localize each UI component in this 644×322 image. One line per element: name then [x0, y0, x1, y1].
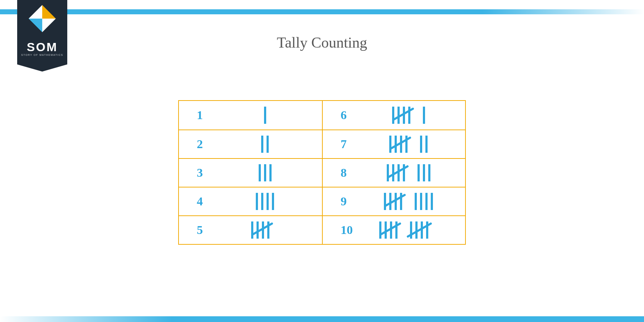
tally-number: 5: [197, 223, 225, 237]
tally-number: 1: [197, 108, 225, 122]
brand-badge: SOM STORY OF MATHEMATICS: [17, 0, 67, 64]
tally-marks: [369, 221, 451, 239]
tally-marks: [225, 193, 308, 210]
tally-row: 2: [179, 130, 322, 158]
tally-number: 2: [197, 137, 225, 151]
top-accent-bar: [0, 9, 644, 14]
tally-number: 6: [341, 108, 369, 122]
tally-row: 5: [179, 215, 322, 244]
tally-number: 9: [341, 195, 369, 208]
tally-table: 12345 678910: [178, 100, 466, 245]
tally-marks: [369, 107, 451, 124]
top-accent-bar-fade: [483, 9, 644, 14]
tally-number: 4: [197, 195, 225, 208]
brand-name: SOM: [17, 40, 67, 54]
brand-logo-icon: [29, 5, 56, 32]
brand-tagline: STORY OF MATHEMATICS: [17, 54, 67, 56]
tally-row: 3: [179, 158, 322, 187]
tally-marks: [225, 164, 308, 181]
tally-number: 10: [341, 223, 369, 237]
top-accent-bar-solid: [0, 9, 483, 14]
tally-row: 8: [322, 158, 465, 187]
tally-row: 1: [179, 101, 322, 130]
bottom-accent-bar-solid: [172, 316, 644, 322]
tally-number: 7: [341, 137, 369, 151]
bottom-accent-bar: [0, 316, 644, 322]
tally-marks: [369, 136, 451, 153]
tally-table-col-left: 12345: [179, 101, 322, 244]
tally-row: 7: [322, 130, 465, 158]
tally-row: 6: [322, 101, 465, 130]
tally-marks: [225, 221, 308, 239]
tally-marks: [369, 164, 451, 181]
bottom-accent-bar-fade: [0, 316, 172, 322]
tally-row: 10: [322, 215, 465, 244]
tally-marks: [225, 136, 308, 153]
tally-row: 4: [179, 187, 322, 215]
tally-number: 8: [341, 166, 369, 180]
tally-number: 3: [197, 166, 225, 180]
tally-marks: [225, 107, 308, 124]
page-title: Tally Counting: [0, 34, 644, 51]
tally-table-col-right: 678910: [322, 101, 465, 244]
tally-marks: [369, 193, 451, 210]
tally-row: 9: [322, 187, 465, 215]
